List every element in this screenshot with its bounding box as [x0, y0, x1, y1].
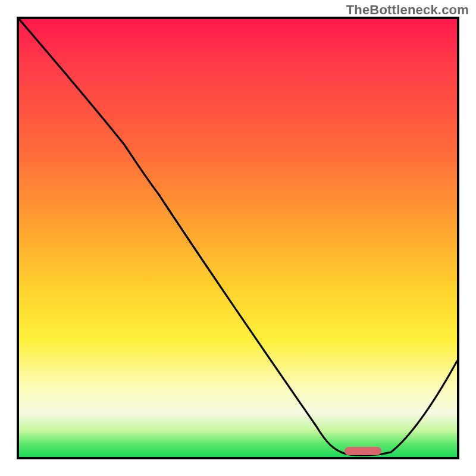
watermark-text: TheBottleneck.com	[346, 2, 469, 18]
curve-path	[19, 19, 457, 455]
chart-plot-area	[17, 17, 459, 459]
target-marker	[345, 447, 381, 455]
bottleneck-curve	[19, 19, 457, 457]
